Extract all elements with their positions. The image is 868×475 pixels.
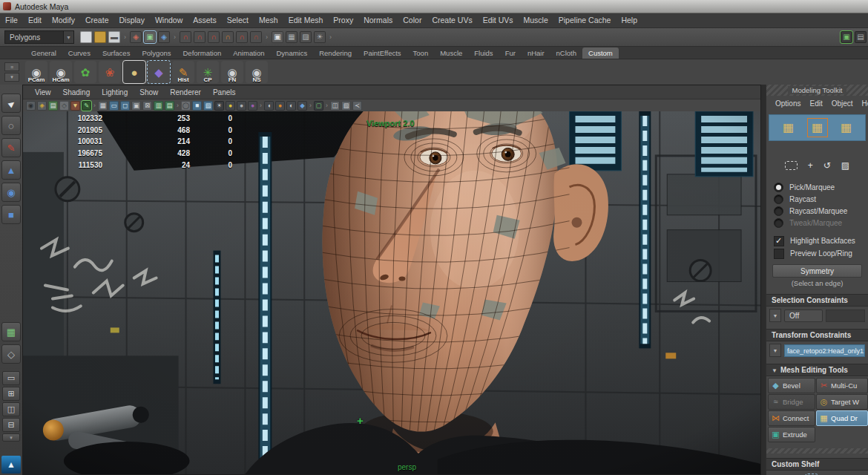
- menu-item[interactable]: Proxy: [328, 13, 358, 27]
- select-tool[interactable]: ►: [1, 94, 21, 113]
- flower-tool-button[interactable]: ❀: [99, 61, 121, 83]
- pcam-button[interactable]: ◉ PCam: [25, 61, 47, 83]
- cp-button[interactable]: ✳ CP: [197, 61, 219, 83]
- selection-constraints-header[interactable]: Selection Constraints: [766, 294, 868, 307]
- depth-of-field-icon[interactable]: ●: [275, 101, 285, 111]
- layout-four-pane-button[interactable]: ⊞: [2, 387, 20, 401]
- paint-select-tool[interactable]: ✎: [1, 138, 21, 157]
- menu-item[interactable]: Display: [114, 13, 149, 27]
- group-separator-icon[interactable]: ›: [93, 101, 96, 111]
- group-separator-icon[interactable]: ›: [122, 31, 128, 43]
- panel-menu-item[interactable]: Lighting: [96, 88, 134, 96]
- transform-constraints-header[interactable]: Transform Constraints: [766, 329, 868, 341]
- edge-mode-button[interactable]: ▦: [808, 119, 827, 137]
- group-separator-icon[interactable]: ›: [259, 101, 263, 111]
- render-settings-icon[interactable]: ☀: [314, 31, 326, 43]
- mesh-editing-tools-header[interactable]: ▼Mesh Editing Tools: [766, 364, 868, 376]
- bridge-button[interactable]: ≈ Bridge: [768, 394, 815, 410]
- joint-xray-icon[interactable]: ▧: [341, 101, 351, 111]
- shelf-tab[interactable]: General: [25, 48, 62, 59]
- tool-settings-button[interactable]: ◇: [1, 344, 21, 364]
- gamma-icon[interactable]: ◆: [297, 101, 307, 111]
- snap-to-grid-icon[interactable]: ∩: [180, 31, 191, 43]
- connect-button[interactable]: ⋈ Connect: [768, 410, 815, 426]
- sphere-material-button[interactable]: ●: [123, 61, 145, 83]
- motion-blur-icon[interactable]: ●: [248, 101, 257, 111]
- toolkit-menu-item[interactable]: Options: [771, 99, 805, 108]
- transform-dropdown-icon[interactable]: ▼: [769, 344, 781, 357]
- menu-item[interactable]: Create: [80, 13, 114, 27]
- safe-title-icon[interactable]: ▤: [165, 101, 174, 111]
- scale-tool[interactable]: ■: [1, 205, 21, 224]
- menu-item[interactable]: Edit Mesh: [283, 13, 329, 27]
- ns-button[interactable]: ◉ NS: [246, 61, 268, 83]
- menu-item[interactable]: Create UVs: [427, 13, 477, 27]
- plugin-shapes-icon[interactable]: ≺: [352, 101, 362, 111]
- panel-menu-item[interactable]: Panels: [207, 88, 242, 96]
- select-object-icon[interactable]: ▣: [144, 31, 156, 43]
- menu-item[interactable]: File: [0, 13, 23, 27]
- gate-mask-icon[interactable]: ▣: [131, 101, 141, 111]
- panel-menu-item[interactable]: Shading: [57, 88, 96, 96]
- constraint-dropdown-icon[interactable]: ▼: [769, 309, 781, 322]
- menu-item[interactable]: Mesh: [254, 13, 283, 27]
- multi-cut-button[interactable]: ✂ Multi-Cu: [816, 378, 868, 393]
- vertex-mode-button[interactable]: ▦: [779, 119, 798, 137]
- image-plane-icon[interactable]: ▼: [70, 101, 80, 111]
- menu-item[interactable]: Help: [616, 13, 642, 27]
- face-mode-button[interactable]: ▦: [837, 119, 856, 137]
- viewport-3d-scene[interactable]: 102332 253 0 201905 468 0 100031 214 0: [23, 111, 760, 474]
- shelf-menu[interactable]: ≡ ▾: [3, 61, 21, 83]
- ipr-render-icon[interactable]: ▨: [300, 31, 312, 43]
- shelf-tab[interactable]: Surfaces: [96, 48, 137, 59]
- panel-menu-item[interactable]: Show: [134, 88, 164, 96]
- radio-option[interactable]: Raycast/Marquee: [766, 205, 868, 217]
- checkbox-option[interactable]: Preview Loop/Ring: [766, 247, 868, 260]
- menu-item[interactable]: Muscle: [519, 13, 553, 27]
- extrude-button[interactable]: ▣ Extrude: [768, 427, 815, 442]
- shelf-tab[interactable]: nHair: [522, 48, 550, 59]
- radio-option[interactable]: Tweak/Marquee: [766, 217, 868, 229]
- save-scene-icon[interactable]: ▬: [108, 31, 120, 43]
- shelf-tabs-menu-icon[interactable]: ≡: [4, 62, 19, 71]
- shaded-icon[interactable]: ■: [192, 101, 202, 111]
- modeling-toolkit-toggle-icon[interactable]: ▣: [841, 31, 852, 43]
- bookmark-icon[interactable]: ◇: [59, 101, 69, 111]
- film-gate-icon[interactable]: ▭: [109, 101, 119, 111]
- hist-button[interactable]: ✎ Hist: [172, 61, 194, 83]
- snap-to-view-plane-icon[interactable]: ∩: [236, 31, 248, 43]
- layout-single-pane-button[interactable]: ▭: [2, 371, 20, 385]
- group-separator-icon[interactable]: ›: [325, 101, 329, 111]
- shelf-tab[interactable]: Custom: [582, 48, 619, 59]
- menu-item[interactable]: Color: [398, 13, 427, 27]
- xray-icon[interactable]: ◫: [330, 101, 340, 111]
- menu-item[interactable]: Pipeline Cache: [553, 13, 617, 27]
- shadows-icon[interactable]: ●: [226, 101, 235, 111]
- multisample-icon[interactable]: ◖: [264, 101, 274, 111]
- hcam-button[interactable]: ◉ HCam: [50, 61, 72, 83]
- rotate-tool[interactable]: ◉: [1, 183, 21, 202]
- textured-icon[interactable]: ▧: [203, 101, 213, 111]
- toolkit-menu-item[interactable]: Edit: [805, 99, 826, 108]
- new-scene-icon[interactable]: [80, 31, 92, 43]
- snap-to-curve-icon[interactable]: ∩: [194, 31, 206, 43]
- menu-item[interactable]: Edit: [23, 13, 47, 27]
- move-tool[interactable]: ▲: [1, 160, 21, 180]
- menu-item[interactable]: Normals: [358, 13, 398, 27]
- selection-constraint-field[interactable]: [826, 309, 865, 322]
- group-separator-icon[interactable]: ›: [176, 101, 180, 111]
- shelf-tab[interactable]: nCloth: [550, 48, 582, 59]
- group-separator-icon[interactable]: ›: [328, 31, 333, 43]
- exposure-icon[interactable]: ◐: [286, 101, 296, 111]
- radio-option[interactable]: Pick/Marquee: [766, 181, 868, 193]
- panel-menu-item[interactable]: Renderer: [164, 88, 207, 96]
- render-view-icon[interactable]: ▣: [272, 31, 283, 43]
- resolution-gate-icon[interactable]: ◻: [120, 101, 130, 111]
- layout-dropdown-button[interactable]: ▾: [2, 433, 20, 442]
- shelf-tab[interactable]: PaintEffects: [358, 48, 407, 59]
- selection-mode-dropdown[interactable]: Polygons ▼: [4, 30, 74, 44]
- marquee-select-icon[interactable]: ▭: [785, 161, 798, 170]
- select-camera-icon[interactable]: ◉: [26, 101, 36, 111]
- open-scene-icon[interactable]: [94, 31, 106, 43]
- make-live-icon[interactable]: ∩: [250, 31, 262, 43]
